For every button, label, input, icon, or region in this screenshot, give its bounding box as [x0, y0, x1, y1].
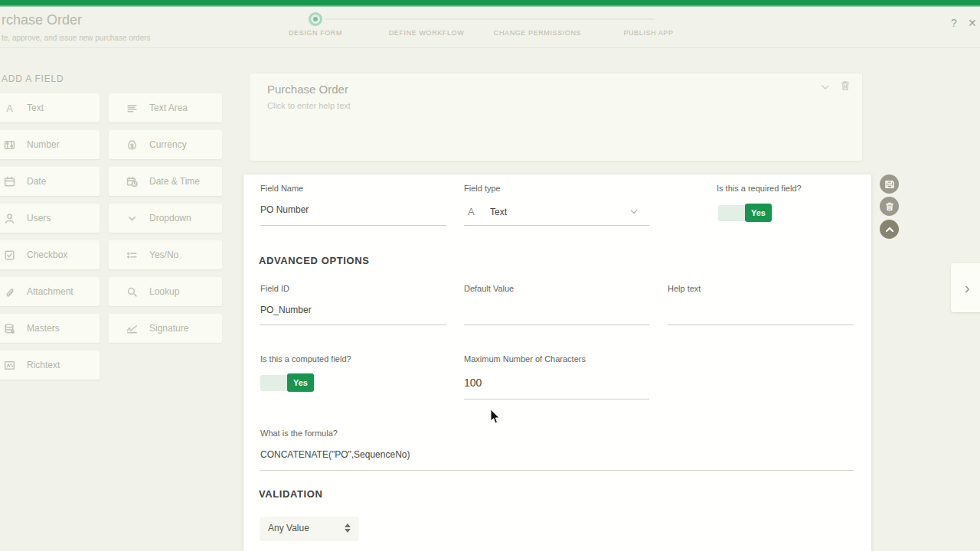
trash-icon[interactable]	[839, 80, 851, 95]
text-type-icon: A	[468, 206, 475, 217]
users-icon	[4, 213, 15, 224]
attachment-icon	[4, 286, 15, 298]
field-type-lookup[interactable]: Lookup	[109, 277, 222, 306]
field-palette: A Text Text Area Number Currency Date Da…	[0, 93, 224, 380]
chevron-down-icon[interactable]	[819, 81, 831, 96]
advanced-options-heading: ADVANCED OPTIONS	[259, 255, 369, 266]
app-subtitle: te, approve, and issue new purchase orde…	[2, 34, 151, 42]
help-text-underline	[668, 324, 854, 325]
form-title-card[interactable]: Purchase Order Click to enter help text	[250, 73, 862, 161]
field-type-select[interactable]: Text	[490, 207, 507, 217]
field-type-textarea[interactable]: Text Area	[109, 93, 222, 122]
validation-select-value: Any Value	[268, 523, 309, 533]
field-type-underline	[464, 225, 649, 226]
formula-underline	[260, 470, 854, 471]
field-type-label: Field type	[464, 184, 501, 193]
signature-icon	[126, 323, 138, 334]
app-title: rchase Order	[2, 12, 82, 28]
updown-arrows-icon	[345, 523, 351, 533]
formula-label: What is the formula?	[260, 429, 338, 438]
toggle-track	[718, 205, 746, 221]
field-type-chevron-icon[interactable]	[629, 207, 639, 220]
validation-heading: VALIDATION	[259, 488, 323, 500]
validation-select[interactable]: Any Value	[260, 517, 358, 540]
field-type-yesno[interactable]: Yes/No	[109, 240, 222, 269]
masters-icon	[4, 323, 15, 334]
delete-field-button[interactable]	[880, 197, 899, 216]
field-type-datetime[interactable]: Date & Time	[109, 167, 222, 196]
text-icon: A	[4, 103, 15, 114]
field-name-label: Field Name	[260, 184, 303, 193]
app-window: { "topbar": { "help_icon": "?", "close_i…	[0, 0, 980, 551]
field-type-signature[interactable]: Signature	[109, 314, 222, 343]
checkbox-icon	[4, 249, 15, 261]
field-type-masters[interactable]: Masters	[0, 314, 100, 343]
stepper-line	[325, 18, 655, 20]
close-icon[interactable]: ✕	[968, 17, 977, 29]
currency-icon	[126, 139, 138, 151]
required-field-label: Is this a required field?	[717, 184, 802, 193]
field-type-date[interactable]: Date	[0, 167, 100, 196]
field-type-users[interactable]: Users	[0, 204, 100, 233]
textarea-icon	[126, 103, 138, 114]
lookup-icon	[126, 286, 138, 298]
number-icon	[4, 139, 15, 151]
field-type-checkbox[interactable]: Checkbox	[0, 240, 100, 269]
field-id-input[interactable]: PO_Number	[260, 305, 312, 315]
max-chars-input[interactable]: 100	[464, 377, 482, 389]
computed-toggle[interactable]: Yes	[260, 373, 314, 392]
form-help-placeholder[interactable]: Click to enter help text	[267, 101, 351, 110]
max-chars-underline	[464, 399, 649, 399]
richtext-icon	[4, 360, 15, 371]
field-id-label: Field ID	[260, 284, 289, 293]
field-type-attachment[interactable]: Attachment	[0, 277, 100, 306]
field-editor-panel: Field Name PO Number Field type A Text I…	[243, 174, 871, 551]
expand-side-panel-tab[interactable]: ›	[951, 263, 980, 312]
dropdown-icon	[126, 213, 138, 224]
field-name-input[interactable]: PO Number	[260, 204, 309, 215]
datetime-icon	[126, 176, 138, 187]
active-step-icon	[309, 12, 322, 26]
yesno-icon	[126, 249, 138, 261]
top-accent-bar	[0, 0, 980, 7]
required-toggle[interactable]: Yes	[718, 204, 772, 222]
app-header: rchase Order te, approve, and issue new …	[0, 7, 980, 48]
field-type-currency[interactable]: Currency	[109, 130, 222, 159]
formula-input[interactable]: CONCATENATE("PO",SequenceNo)	[260, 449, 410, 460]
form-title[interactable]: Purchase Order	[267, 83, 348, 96]
default-value-label: Default Value	[464, 284, 514, 293]
sidebar-title: ADD A FIELD	[2, 73, 64, 84]
field-name-underline	[260, 225, 446, 226]
workflow-stepper: DESIGN FORM DEFINE WORKFLOW CHANGE PERMI…	[260, 7, 766, 48]
field-id-underline	[260, 324, 446, 325]
field-type-richtext[interactable]: Richtext	[0, 350, 100, 380]
computed-field-label: Is this a computed field?	[260, 354, 351, 364]
toggle-yes: Yes	[287, 373, 314, 392]
toggle-track	[260, 375, 288, 391]
field-type-dropdown[interactable]: Dropdown	[109, 204, 222, 233]
toggle-yes: Yes	[745, 204, 772, 222]
default-value-underline	[464, 324, 649, 325]
chevron-right-icon: ›	[965, 279, 970, 297]
date-icon	[4, 176, 15, 187]
mouse-cursor	[490, 409, 501, 425]
help-icon[interactable]: ?	[951, 17, 957, 29]
collapse-field-button[interactable]	[880, 220, 899, 239]
field-type-text[interactable]: A Text	[0, 93, 100, 122]
field-type-number[interactable]: Number	[0, 130, 100, 159]
save-field-button[interactable]	[880, 174, 899, 194]
help-text-label: Help text	[668, 284, 701, 293]
max-chars-label: Maximum Number of Characters	[464, 354, 586, 364]
